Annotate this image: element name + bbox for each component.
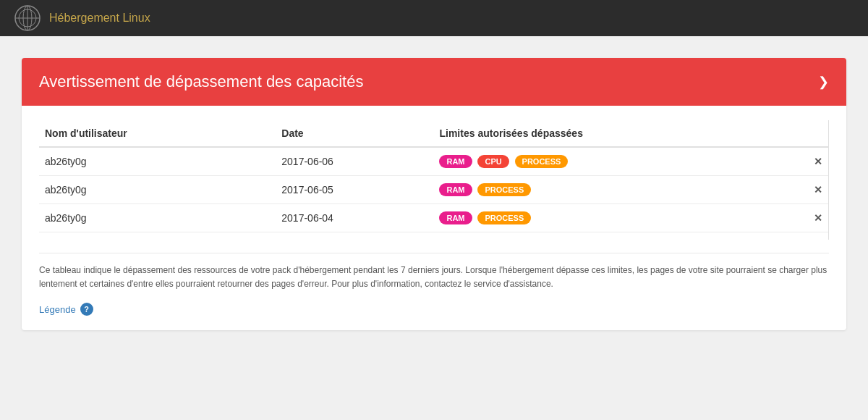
col-header-username: Nom d'utilisateur (39, 120, 276, 147)
table-row: ab26ty0g 2017-06-04 RAM PROCESS ✕ (39, 204, 828, 232)
col-header-limits: Limites autorisées dépassées (433, 120, 788, 147)
limits-table: Nom d'utilisateur Date Limites autorisée… (39, 120, 828, 232)
table-row: ab26ty0g 2017-06-05 RAM PROCESS ✕ (39, 176, 828, 204)
legend-help-icon: ? (80, 303, 93, 316)
delete-button[interactable]: ✕ (814, 184, 822, 196)
cell-limits: RAM PROCESS (433, 204, 788, 232)
cell-username: ab26ty0g (39, 176, 276, 204)
badge-process: PROCESS (515, 155, 569, 168)
navbar: Hébergement Linux (0, 0, 868, 36)
badge-ram: RAM (439, 183, 472, 196)
table-header-row: Nom d'utilisateur Date Limites autorisée… (39, 120, 828, 147)
cell-action: ✕ (788, 176, 828, 204)
badge-ram: RAM (439, 155, 472, 168)
panel-header-title: Avertissement de dépassement des capacit… (39, 72, 363, 91)
cell-limits: RAM PROCESS (433, 176, 788, 204)
panel: Avertissement de dépassement des capacit… (22, 58, 846, 330)
cell-action: ✕ (788, 147, 828, 176)
panel-header: Avertissement de dépassement des capacit… (22, 58, 846, 106)
delete-button[interactable]: ✕ (814, 212, 822, 224)
col-header-date: Date (276, 120, 433, 147)
badge-process: PROCESS (477, 183, 531, 196)
cell-username: ab26ty0g (39, 204, 276, 232)
badge-process: PROCESS (477, 211, 531, 224)
navbar-logo (14, 5, 41, 31)
cell-limits: RAM CPU PROCESS (433, 147, 788, 176)
table-row: ab26ty0g 2017-06-06 RAM CPU PROCESS ✕ (39, 147, 828, 176)
cell-date: 2017-06-05 (276, 176, 433, 204)
collapse-chevron[interactable]: ❯ (818, 74, 829, 90)
legend-label: Légende (39, 304, 76, 315)
badge-cpu: CPU (477, 155, 509, 168)
cell-action: ✕ (788, 204, 828, 232)
cell-date: 2017-06-04 (276, 204, 433, 232)
legend-link[interactable]: Légende ? (39, 303, 93, 316)
cell-username: ab26ty0g (39, 147, 276, 176)
cell-date: 2017-06-06 (276, 147, 433, 176)
table-wrapper: Nom d'utilisateur Date Limites autorisée… (39, 120, 829, 240)
badge-ram: RAM (439, 211, 472, 224)
col-header-action (788, 120, 828, 147)
panel-body: Nom d'utilisateur Date Limites autorisée… (22, 106, 846, 330)
page-content: Avertissement de dépassement des capacit… (7, 36, 861, 352)
info-text: Ce tableau indique le dépassement des re… (39, 253, 829, 291)
navbar-title: Hébergement Linux (49, 12, 150, 25)
delete-button[interactable]: ✕ (814, 156, 822, 167)
